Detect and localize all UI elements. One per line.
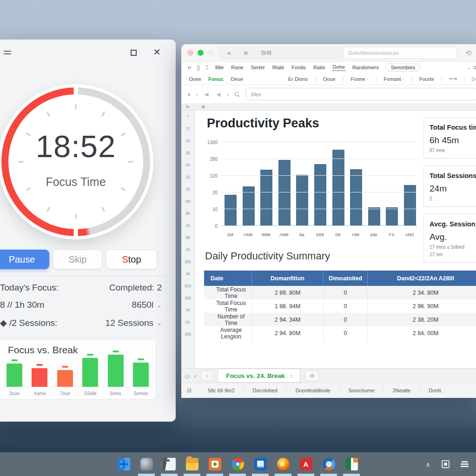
ime-icon[interactable] xyxy=(442,460,450,468)
stat-value: Completed: 2 xyxy=(109,283,162,293)
photos-app-icon[interactable] xyxy=(209,458,221,470)
excel-app-icon[interactable] xyxy=(345,458,358,470)
menubar-icon-1[interactable]: ▯ xyxy=(197,64,200,71)
stat-card-sub: 2. xyxy=(430,196,476,201)
table-row[interactable]: Number of Time2 94. 34M02 38. 20M xyxy=(204,313,476,326)
toolbar-item-1[interactable]: Ooue xyxy=(323,76,336,82)
mini-bar xyxy=(32,368,47,387)
taskbar-slot-start-menu[interactable] xyxy=(117,452,130,476)
menu-item-dohe[interactable]: Dohe xyxy=(332,64,346,71)
back-chevron-icon-2[interactable]: ◄ xyxy=(203,90,210,98)
table-row[interactable]: Average Lesgion2 94. 80M02 84. 00M xyxy=(204,326,476,340)
folder-app-icon[interactable] xyxy=(186,458,198,470)
menu-item-fonds[interactable]: Fonds xyxy=(291,64,307,71)
taskbar-slot-excel-app[interactable] xyxy=(345,452,358,476)
gridline xyxy=(221,192,418,192)
titlebar-glyph-1[interactable]: ≋ xyxy=(244,50,248,56)
close-icon[interactable]: ✕ xyxy=(153,47,161,57)
menu-item-serombies[interactable]: Serombies xyxy=(385,63,421,72)
stat-card-title: Total Sessions xyxy=(430,172,476,179)
start-menu-icon[interactable] xyxy=(118,458,130,470)
toolbar-item-6[interactable]: ▷ xyxy=(472,76,476,82)
formula-input[interactable]: Dles xyxy=(245,88,476,100)
toolbar-item-4[interactable]: Fourte xyxy=(419,76,434,82)
taskbar-slot-chrome-browser[interactable] xyxy=(231,452,244,476)
menubar-icon-0[interactable]: ℮ xyxy=(188,64,191,71)
x-tick-label: F4 xyxy=(384,232,399,237)
taskbar-slot-folder-app[interactable] xyxy=(185,452,198,476)
y-tick-label: 120 xyxy=(210,173,218,178)
menu-item-rane[interactable]: Rane xyxy=(230,64,244,71)
minimize-traffic-light[interactable] xyxy=(198,50,204,56)
toolbar-item-foouc[interactable]: Foouc xyxy=(208,76,224,82)
table-row[interactable]: Total Focus Time1 86. 94M02 96. 90M xyxy=(204,299,476,313)
pause-button[interactable]: Pause xyxy=(0,250,49,269)
menubar-icon-2[interactable]: ⌶ xyxy=(205,64,209,71)
stat-card-sub: 17 mn xyxy=(430,252,476,257)
taskbar-slot-edge-browser[interactable] xyxy=(322,452,335,476)
toolbar-item-2[interactable]: Foone · xyxy=(351,76,369,82)
menu-item-mte[interactable]: Mte xyxy=(214,64,225,71)
titlebar-glyph-2[interactable]: 5H8 xyxy=(261,50,271,56)
taskbar-icons: A xyxy=(117,452,358,476)
table-cell: Number of Time xyxy=(204,313,252,326)
menu-item-ratio[interactable]: Ratio xyxy=(312,64,326,71)
tray-stack-icon[interactable] xyxy=(461,461,469,467)
toolbar-item-5[interactable]: ⟼ xyxy=(450,76,457,82)
taskbar-slot-photos-app[interactable] xyxy=(208,452,221,476)
tab-back-icon[interactable]: ‹ xyxy=(194,372,196,379)
taskbar-slot-pdf-app[interactable]: A xyxy=(299,452,312,476)
titlebar: ⪡≋5H8 Gotlc8teresbmeraces ⟲ ≡ xyxy=(181,44,476,62)
menu-item-rtale[interactable]: Rtale xyxy=(271,64,285,71)
chart-bar xyxy=(368,207,380,226)
search-input[interactable]: Gotlc8teresbmeraces xyxy=(343,46,457,59)
chevron-up-icon[interactable]: ∧ xyxy=(426,461,430,468)
firefox-browser-icon[interactable] xyxy=(277,458,290,470)
chart-bar xyxy=(225,195,237,226)
gear-icon[interactable]: ⚙ xyxy=(202,105,205,109)
mail-app-icon[interactable] xyxy=(254,458,267,470)
menu-item-randomers[interactable]: Randomers xyxy=(351,64,380,71)
stats-cards: Total Focus tim6h 45m87 mneTotal Session… xyxy=(423,117,476,263)
search-icon[interactable] xyxy=(140,458,153,470)
mini-bar xyxy=(57,370,73,387)
tab-forward-icon[interactable]: › xyxy=(201,370,213,381)
corner-icon: ◇ xyxy=(185,372,190,379)
toolbar-item-oeue[interactable]: Oeue xyxy=(231,76,243,82)
table-row[interactable]: Total Focus Time2 89. 80M02 34. 80M xyxy=(204,286,476,299)
chart-bar xyxy=(332,150,344,226)
share-icon[interactable]: ⟲ xyxy=(465,49,471,57)
stat-value[interactable]: 8650l⌄ xyxy=(132,300,162,310)
toolbar-item-0[interactable]: Er Dions xyxy=(288,76,308,82)
file-explorer-icon[interactable] xyxy=(163,458,176,470)
stop-button[interactable]: Stop xyxy=(106,250,157,269)
table-cell: Total Focus Time xyxy=(204,299,252,313)
add-sheet-button[interactable]: ⊕ xyxy=(305,370,319,381)
pdf-app-icon[interactable]: A xyxy=(300,458,312,470)
back-chevron-icon-3[interactable]: ◄ xyxy=(215,90,222,98)
taskbar-slot-firefox-browser[interactable] xyxy=(277,452,290,476)
close-traffic-light[interactable] xyxy=(187,50,193,56)
back-chevron-icon-0[interactable]: ‹ xyxy=(188,90,191,99)
toolbar-item-3[interactable]: Fomant · xyxy=(383,76,404,82)
active-sheet-tab[interactable]: Focus vs. 24. Break › xyxy=(218,369,300,383)
menu-icon[interactable] xyxy=(4,51,11,54)
zoom-traffic-light[interactable] xyxy=(208,50,214,56)
taskbar-slot-search[interactable] xyxy=(140,452,153,476)
toolbar-item-ooee[interactable]: Ooee xyxy=(189,76,201,82)
chevron-down-icon[interactable]: ⌄ xyxy=(157,319,162,326)
titlebar-glyph-0[interactable]: ⪡ xyxy=(227,50,231,56)
chevron-down-icon[interactable]: ⌄ xyxy=(157,302,162,309)
back-chevron-icon-1[interactable]: ‹ xyxy=(196,90,198,98)
edge-browser-icon[interactable] xyxy=(323,458,335,470)
stat-value[interactable]: 12 Sessions⌄ xyxy=(106,317,162,328)
menu-arrows-icon[interactable]: → ⇉ xyxy=(466,65,476,71)
menu-item-serter[interactable]: Serter xyxy=(250,64,266,71)
taskbar-slot-file-explorer[interactable] xyxy=(163,452,176,476)
maximize-button[interactable] xyxy=(131,50,137,56)
skip-button[interactable]: Skip xyxy=(53,250,102,269)
chrome-browser-icon[interactable] xyxy=(231,458,244,470)
back-chevron-icon-4[interactable]: ‹ xyxy=(227,90,229,98)
taskbar-slot-mail-app[interactable] xyxy=(254,452,267,476)
grid-icon: ⊟ xyxy=(187,387,192,394)
